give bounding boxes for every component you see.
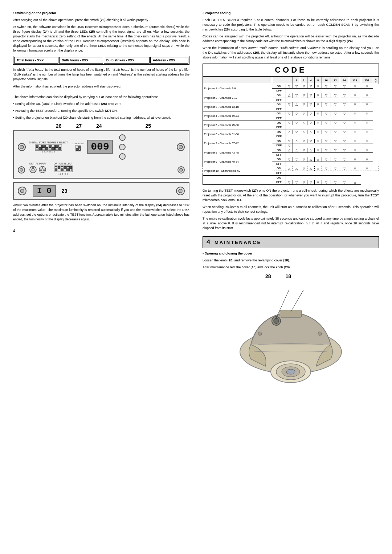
cell-10-9: ▽ <box>349 166 361 171</box>
svg-point-15 <box>40 170 42 171</box>
cell-9-7: ▽ <box>331 157 340 162</box>
cell-8-3: ▽ <box>300 148 307 153</box>
cell-9-2: ▽ <box>293 157 300 162</box>
cell-4-7: ▽ <box>331 111 340 116</box>
cell-2-4: ▽ <box>307 93 314 98</box>
cell-3-4: ▽ <box>307 102 314 107</box>
cell-7-9: ▽ <box>349 139 361 143</box>
col-2: 2 <box>300 77 307 84</box>
cell-4-3: ▽ <box>300 111 307 116</box>
label-27: 27 <box>76 123 82 129</box>
cell-4-1: ▽ <box>286 111 293 116</box>
table-row-dashed: Projector 10 - Channels 55-60 ON △ △ ▽ △… <box>203 166 379 171</box>
off-cell-last: OFF <box>272 180 286 185</box>
cell-last-5: ▽ <box>314 180 322 185</box>
svg-line-35 <box>291 290 303 312</box>
off-cell-2: OFF <box>272 98 286 102</box>
cell-5-10: ▽ <box>361 121 373 125</box>
proj-6-label: Projector 6 - Channels 31-36 <box>203 130 272 139</box>
table-cell-address: Address - XXX <box>150 57 188 64</box>
target-23-left-icon <box>17 186 27 196</box>
on-cell-9: ON <box>272 157 286 162</box>
cell-7-1: ▽ <box>286 139 293 143</box>
cell-8-10: ▽ <box>361 148 373 153</box>
svg-point-27 <box>286 369 295 374</box>
cell-9-1: ▽ <box>286 157 293 162</box>
label-25: 25 <box>146 123 151 129</box>
svg-point-30 <box>258 332 262 335</box>
cell-1-6: ▽ <box>322 84 331 89</box>
cell-4-8: ▽ <box>340 111 349 116</box>
svg-point-2 <box>119 135 125 140</box>
para-switch-5: The above information can also be displa… <box>13 95 189 99</box>
on-cell: ON <box>272 84 286 89</box>
cell-8-1: △ <box>286 148 293 153</box>
proj-10-label: Projector 10 - Channels 55-60 <box>203 166 272 175</box>
off-cell-7: OFF <box>272 143 286 148</box>
cell-2-1: △ <box>286 93 293 98</box>
cell-4-2: ▽ <box>293 111 300 116</box>
cell-last-6: ▽ <box>322 180 331 185</box>
cell-1-10: ▽ <box>361 84 373 89</box>
right-column: • Projector coding Each GOLDEN SCAN 3 re… <box>201 11 379 543</box>
on-cell-8: ON <box>272 148 286 153</box>
display-24: 009 <box>87 140 113 154</box>
cell-3-2: △ <box>293 102 300 107</box>
cell-10-2: △ <box>293 166 300 171</box>
table-cell-total: Total hours - XXX <box>14 57 58 64</box>
dip-switch-26: DIGITAL START ADDRESS SELECT <box>29 141 68 153</box>
cell-3-7: ▽ <box>331 102 340 107</box>
cell-7-off-1: ▽ <box>286 143 293 148</box>
off-cell-3: OFF <box>272 107 286 111</box>
cell-9-5: △ <box>314 157 322 162</box>
cell-10-4: △ <box>307 166 314 171</box>
cell-last-1: ▽ <box>286 180 293 185</box>
page-number: 4 <box>13 229 189 233</box>
target-br-icon <box>177 166 185 174</box>
cell-9-rest <box>286 162 361 166</box>
cell-7-4: ▽ <box>307 139 314 143</box>
on-cell-10: ON <box>272 166 286 171</box>
cell-1-rest <box>286 89 361 93</box>
cell-last-3: ▽ <box>300 180 307 185</box>
table-row: Projector 8 - Channels 43-48 ON △ △ ▽ △ … <box>203 148 379 153</box>
svg-point-11 <box>31 170 32 171</box>
cell-9-6: ▽ <box>322 157 331 162</box>
label-23-text: 23 <box>62 188 68 194</box>
cell-5-6: ▽ <box>322 121 331 125</box>
cell-2-3: ▽ <box>300 93 307 98</box>
led-circle-3 <box>119 153 126 160</box>
cell-4-6: ▽ <box>322 111 331 116</box>
para-test-3: The entire re-calibration cycle lasts ap… <box>203 216 379 231</box>
table-row: Projector 1 - Channels 1-6 ON ▽ ▽ ▽ ▽ ▽ … <box>203 84 379 89</box>
para-switch-7: • Activating the TEST procedure, turning… <box>13 109 189 113</box>
board-bottom-row: DIGITAL INPUT <box>17 162 185 175</box>
para-switch-4: After the information has scrolled, the … <box>13 84 189 89</box>
proj-7-label: Projector 7 - Channels 37-42 <box>203 139 272 148</box>
cell-7-6: ▽ <box>322 139 331 143</box>
table-row-last: ON <box>203 175 379 180</box>
device-illustration: 28 18 <box>222 273 360 386</box>
main-board-diagram: DIGITAL START ADDRESS SELECT <box>13 130 189 179</box>
cell-7-3: ▽ <box>300 139 307 143</box>
on-cell-2: ON <box>272 93 286 98</box>
cell-4-10: ▽ <box>361 111 373 116</box>
on-cell-6: ON <box>272 130 286 134</box>
led-circle-2 <box>119 143 126 151</box>
off-cell-5: OFF <box>272 125 286 130</box>
cell-6-4: △ <box>307 130 314 134</box>
cell-8-7: ▽ <box>331 148 340 153</box>
col-64: 64 <box>340 77 349 84</box>
target-bl-icon <box>17 166 25 174</box>
para-about-two-min: About two minutes after the projector ha… <box>13 203 189 222</box>
cell-last-7: ▽ <box>331 180 340 185</box>
svg-point-22 <box>179 189 182 193</box>
cell-6-2: ▽ <box>293 130 300 134</box>
table-row: Projector 3 - Channels 13-18 ON ▽ △ ▽ ▽ … <box>203 102 379 107</box>
para-coding-3: When the information of "Total hours", "… <box>203 46 379 60</box>
cell-10-3: ▽ <box>300 166 307 171</box>
opening-closing-title: • Opening and closing the cover <box>203 251 379 256</box>
cell-9-10: ▽ <box>361 157 373 162</box>
cell-last-8: ▽ <box>340 180 349 185</box>
diagram-26: 26 27 24 25 DIGITAL START ADDRESS SELECT <box>13 123 189 200</box>
